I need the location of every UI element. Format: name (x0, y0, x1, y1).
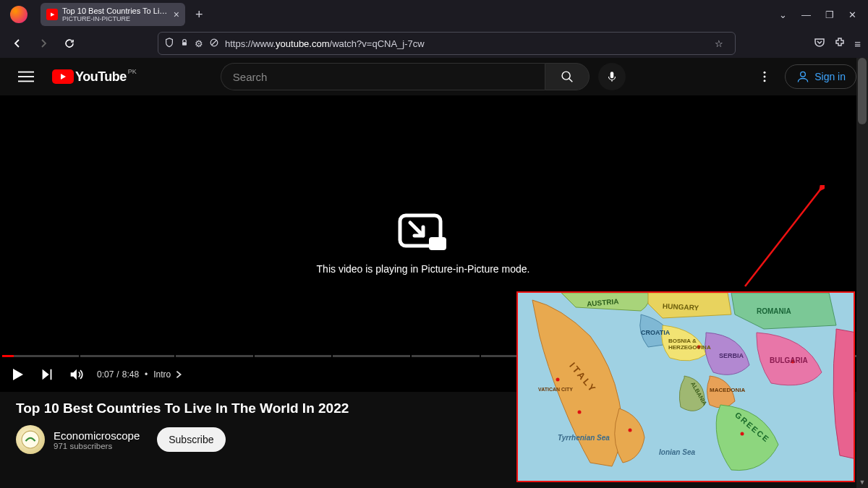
guide-menu-button[interactable] (12, 62, 41, 91)
scroll-down-icon[interactable]: ▼ (856, 476, 868, 488)
lock-icon[interactable] (180, 38, 189, 49)
map-sea-label: Ionian Sea (659, 448, 695, 456)
youtube-header: YouTube PK Search Sign in (0, 58, 868, 95)
scrollbar[interactable]: ▼ (856, 58, 868, 488)
svg-rect-7 (610, 72, 614, 78)
scrollbar-thumb[interactable] (858, 58, 867, 124)
chapter-label[interactable]: Intro (153, 369, 171, 380)
svg-point-10 (764, 80, 766, 82)
svg-rect-4 (18, 81, 34, 82)
svg-point-9 (764, 76, 766, 78)
time-display: 0:07/8:48 • Intro (97, 369, 184, 380)
app-menu-icon[interactable]: ≡ (854, 38, 861, 50)
tab-subtitle: PICTURE-IN-PICTURE (62, 15, 169, 22)
map-label: ROMANIA (757, 307, 791, 315)
play-button[interactable] (9, 366, 26, 383)
pip-message: This video is playing in Picture-in-Pict… (317, 263, 530, 275)
bookmark-icon[interactable]: ☆ (715, 38, 723, 49)
svg-point-20 (741, 432, 744, 436)
back-button[interactable] (7, 33, 27, 53)
browser-tab[interactable]: Top 10 Best Countries To Live I… PICTURE… (41, 3, 185, 26)
search-input[interactable]: Search (221, 63, 545, 90)
region-code: PK (128, 68, 137, 75)
svg-line-6 (569, 79, 573, 82)
youtube-favicon-icon (46, 9, 58, 20)
new-tab-button[interactable]: + (195, 7, 203, 22)
youtube-play-icon (52, 69, 74, 84)
svg-point-11 (801, 72, 806, 77)
subscribe-button[interactable]: Subscribe (157, 427, 225, 452)
svg-point-14 (22, 431, 39, 448)
chevron-down-icon[interactable]: ⌄ (779, 9, 787, 20)
svg-rect-3 (18, 76, 34, 77)
pip-window[interactable]: AUSTRIA HUNGARY ROMANIA CROATIA BOSNIA &… (516, 291, 855, 482)
channel-avatar[interactable] (16, 425, 45, 454)
svg-rect-2 (18, 72, 34, 73)
tab-title: Top 10 Best Countries To Live I… (62, 7, 169, 15)
close-window-button[interactable]: ✕ (848, 9, 856, 20)
svg-rect-0 (182, 42, 187, 46)
svg-rect-13 (429, 237, 446, 250)
youtube-logo-text: YouTube (75, 69, 127, 85)
shield-icon[interactable] (164, 38, 174, 50)
next-button[interactable] (39, 367, 55, 382)
map-label: BULGARIA (770, 356, 808, 364)
volume-button[interactable] (68, 367, 84, 382)
map-label: MACEDONIA (710, 387, 745, 393)
svg-point-8 (764, 72, 766, 74)
map-sea-label: Tyrrhenian Sea (558, 434, 610, 442)
minimize-button[interactable]: — (801, 9, 811, 20)
firefox-icon (10, 6, 27, 23)
forward-button[interactable] (33, 33, 54, 53)
settings-menu-button[interactable] (750, 62, 779, 91)
svg-point-17 (556, 378, 560, 382)
subscriber-count: 971 subscribers (54, 442, 140, 450)
url-bar[interactable]: ⚙ https://www.youtube.com/watch?v=qCNA_j… (158, 32, 736, 55)
permissions-icon[interactable]: ⚙ (195, 38, 203, 49)
signin-label: Sign in (814, 71, 846, 82)
svg-point-5 (562, 72, 570, 80)
extensions-icon[interactable] (834, 37, 846, 51)
url-text: https://www.youtube.com/watch?v=qCNA_j-7… (225, 38, 715, 49)
maximize-button[interactable]: ❐ (825, 9, 834, 20)
svg-point-22 (629, 429, 632, 432)
map-label: BOSNIA & HERZEGOVINA (668, 338, 719, 351)
youtube-logo[interactable]: YouTube PK (52, 69, 127, 85)
pip-icon (397, 213, 449, 253)
map-label: VATICAN CITY (538, 387, 573, 392)
svg-point-18 (578, 411, 582, 414)
map-label: SERBIA (719, 352, 744, 359)
voice-search-button[interactable] (598, 63, 626, 90)
tracking-icon[interactable] (209, 38, 219, 50)
channel-name[interactable]: Economicroscope (54, 429, 140, 442)
pocket-icon[interactable] (814, 37, 825, 51)
reload-button[interactable] (59, 33, 80, 53)
signin-button[interactable]: Sign in (785, 64, 856, 89)
search-button[interactable] (545, 63, 590, 90)
tab-close-icon[interactable]: × (174, 9, 179, 20)
map-label: CROATIA (641, 329, 670, 336)
